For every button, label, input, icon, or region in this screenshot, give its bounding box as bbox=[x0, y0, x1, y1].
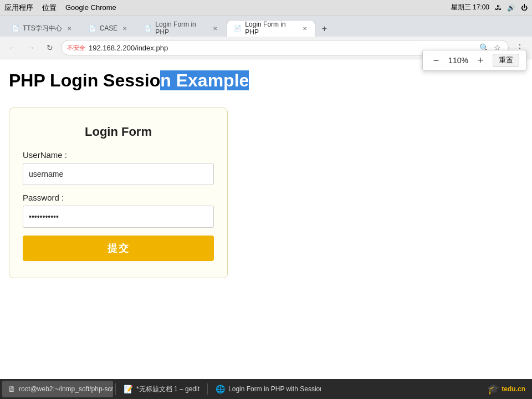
login-card-title: Login Form bbox=[23, 125, 214, 139]
tab-tts-close[interactable]: ✕ bbox=[65, 24, 73, 32]
network-icon: 🖧 bbox=[495, 4, 502, 12]
reload-button[interactable]: ↻ bbox=[42, 40, 58, 55]
os-topbar-right: 星期三 17:00 🖧 🔊 ⏻ bbox=[451, 3, 528, 12]
new-tab-button[interactable]: + bbox=[316, 21, 332, 37]
zoom-reset-button[interactable]: 重置 bbox=[493, 54, 519, 67]
tab-login2-icon: 📄 bbox=[234, 25, 242, 32]
login-card: Login Form UserName : Password : 提交 bbox=[9, 108, 228, 278]
taskbar-item-chrome[interactable]: 🌐 Login Form in PHP with Session – ... bbox=[210, 381, 321, 384]
sound-icon: 🔊 bbox=[507, 4, 515, 12]
page-title: PHP Login Session Example bbox=[9, 70, 523, 91]
tab-case-close[interactable]: ✕ bbox=[121, 24, 129, 32]
power-icon[interactable]: ⏻ bbox=[521, 4, 528, 12]
security-badge: 不安全 bbox=[67, 44, 85, 52]
os-menu-position[interactable]: 位置 bbox=[42, 3, 57, 13]
username-input[interactable] bbox=[23, 163, 214, 185]
tab-case-label: CASE bbox=[100, 24, 118, 32]
taskbar-item-gedit[interactable]: 📝 *无标题文档 1 – gedit bbox=[118, 381, 205, 384]
address-url: 192.168.2.200/index.php bbox=[89, 44, 475, 52]
tab-login2[interactable]: 📄 Login Form in PHP ✕ bbox=[227, 20, 315, 37]
tab-login2-label: Login Form in PHP bbox=[245, 21, 298, 36]
os-menu-chrome[interactable]: Google Chrome bbox=[65, 3, 116, 12]
tab-login2-close[interactable]: ✕ bbox=[301, 24, 308, 32]
tab-login1-close[interactable]: ✕ bbox=[211, 24, 218, 32]
taskbar-divider-1 bbox=[115, 383, 116, 384]
tab-tts-icon: 📄 bbox=[12, 25, 19, 32]
zoom-popup: − 110% + 重置 bbox=[422, 50, 526, 71]
page-title-plain: PHP Login Sessio bbox=[9, 70, 160, 90]
tab-tts-label: TTS学习中心 bbox=[23, 24, 62, 33]
page-title-highlighted: n Example bbox=[160, 70, 249, 90]
tab-case[interactable]: 📄 CASE ✕ bbox=[81, 20, 136, 37]
taskbar-divider-2 bbox=[207, 383, 208, 384]
password-label: Password : bbox=[23, 193, 214, 202]
back-button[interactable]: ← bbox=[4, 40, 20, 55]
os-menu-apps[interactable]: 应用程序 bbox=[4, 3, 33, 13]
os-topbar: 应用程序 位置 Google Chrome 星期三 17:00 🖧 🔊 ⏻ bbox=[0, 0, 532, 16]
forward-button[interactable]: → bbox=[23, 40, 39, 55]
brand-icon: 🎓 bbox=[487, 383, 499, 384]
zoom-plus-button[interactable]: + bbox=[474, 54, 487, 67]
page-content: PHP Login Session Example Login Form Use… bbox=[0, 59, 532, 384]
tab-login1-icon: 📄 bbox=[144, 25, 152, 32]
tab-bar: 📄 TTS学习中心 ✕ 📄 CASE ✕ 📄 Login Form in PHP… bbox=[0, 16, 532, 37]
taskbar: 🖥 root@web2:~/lnmp_soft/php-scrip... 📝 *… bbox=[0, 379, 532, 384]
tab-case-icon: 📄 bbox=[89, 25, 96, 32]
tab-tts[interactable]: 📄 TTS学习中心 ✕ bbox=[4, 20, 80, 37]
tab-login1[interactable]: 📄 Login Form in PHP ✕ bbox=[137, 20, 226, 37]
username-label: UserName : bbox=[23, 150, 214, 160]
os-topbar-left: 应用程序 位置 Google Chrome bbox=[4, 3, 116, 13]
submit-button[interactable]: 提交 bbox=[23, 236, 214, 261]
zoom-level: 110% bbox=[448, 56, 468, 65]
password-input[interactable] bbox=[23, 206, 214, 228]
zoom-minus-button[interactable]: − bbox=[429, 54, 443, 67]
taskbar-brand: 🎓 tedu.cn bbox=[487, 383, 530, 384]
taskbar-item-terminal[interactable]: 🖥 root@web2:~/lnmp_soft/php-scrip... bbox=[2, 381, 113, 384]
tab-login1-label: Login Form in PHP bbox=[155, 21, 208, 36]
os-clock: 星期三 17:00 bbox=[451, 3, 489, 12]
